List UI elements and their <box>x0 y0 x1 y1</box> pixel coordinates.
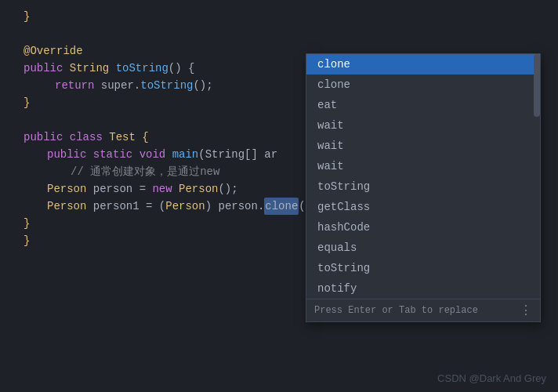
autocomplete-item-wait-3[interactable]: wait <box>306 156 540 176</box>
code-line: } <box>0 8 558 25</box>
autocomplete-item-equals[interactable]: equals <box>306 238 540 258</box>
autocomplete-footer: Press Enter or Tab to replace ⋮ <box>306 299 540 321</box>
autocomplete-item-tostring-2[interactable]: toString <box>306 258 540 278</box>
scrollbar-thumb[interactable] <box>534 54 540 117</box>
autocomplete-item-tostring-1[interactable]: toString <box>306 176 540 197</box>
autocomplete-item-notify[interactable]: notify <box>306 278 540 299</box>
autocomplete-item-getclass[interactable]: getClass <box>306 197 540 217</box>
autocomplete-dropdown: clone clone eat wait wait wait toString … <box>306 53 541 322</box>
autocomplete-hint: Press Enter or Tab to replace <box>314 305 478 316</box>
code-line <box>0 25 558 42</box>
autocomplete-item-wait-1[interactable]: wait <box>306 115 540 136</box>
autocomplete-item-clone-1[interactable]: clone <box>306 54 540 74</box>
autocomplete-item-clone-2[interactable]: clone <box>306 74 540 95</box>
autocomplete-item-eat[interactable]: eat <box>306 95 540 115</box>
autocomplete-item-wait-2[interactable]: wait <box>306 136 540 156</box>
watermark: CSDN @Dark And Grey <box>437 372 546 384</box>
autocomplete-item-hashcode[interactable]: hashCode <box>306 217 540 238</box>
more-options-icon[interactable]: ⋮ <box>520 303 532 318</box>
